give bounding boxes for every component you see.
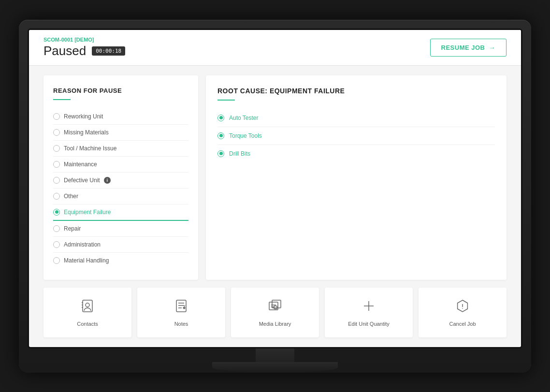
reason-item-defective-unit[interactable]: Defective Unit i [53, 173, 188, 189]
cause-radio-icon [217, 115, 224, 121]
reason-item-material-handling[interactable]: Material Handling [53, 253, 188, 268]
radio-icon [53, 129, 60, 136]
monitor-stand-base [212, 362, 338, 373]
info-icon: i [104, 177, 111, 184]
root-cause-title: ROOT CAUSE: EQUIPMENT FAILURE [217, 87, 495, 95]
resume-job-label: RESUME JOB [441, 44, 485, 51]
cause-item-auto-tester[interactable]: Auto Tester [217, 109, 495, 127]
notes-icon [174, 298, 189, 316]
reason-panel-title: REASON FOR PAUSE [53, 87, 188, 94]
arrow-right-icon: → [489, 44, 496, 51]
radio-icon [53, 113, 60, 120]
resume-job-button[interactable]: RESUME JOB → [430, 39, 507, 57]
cause-radio-icon [217, 132, 224, 139]
reason-item-maintenance[interactable]: Maintenance [53, 157, 188, 173]
root-cause-panel: ROOT CAUSE: EQUIPMENT FAILURE Auto Teste… [206, 75, 507, 280]
contacts-label: Contacts [77, 321, 98, 327]
monitor: SCOM-0001 [DEMO] Paused 00:00:18 RESUME … [19, 20, 531, 373]
job-id: SCOM-0001 [DEMO] [43, 37, 125, 43]
radio-icon [53, 257, 60, 264]
reason-for-pause-panel: REASON FOR PAUSE Reworking Unit Missing … [43, 75, 198, 280]
reason-label: Missing Materials [64, 129, 109, 136]
notes-label: Notes [174, 321, 188, 327]
action-cards-row: Contacts [43, 288, 507, 337]
root-cause-divider [217, 100, 235, 101]
cause-list: Auto Tester Torque Tools Drill Bits [217, 109, 495, 162]
main-content: REASON FOR PAUSE Reworking Unit Missing … [29, 66, 521, 347]
radio-icon [53, 193, 60, 200]
reason-item-missing-materials[interactable]: Missing Materials [53, 125, 188, 141]
radio-icon [53, 241, 60, 248]
reason-item-equipment-failure[interactable]: Equipment Failure [53, 204, 188, 221]
monitor-stand-neck [256, 348, 294, 362]
reason-list: Reworking Unit Missing Materials Tool / … [53, 109, 188, 268]
reason-label: Repair [64, 225, 81, 232]
header-left: SCOM-0001 [DEMO] Paused 00:00:18 [43, 37, 125, 58]
svg-point-17 [462, 308, 463, 309]
reason-item-other[interactable]: Other [53, 189, 188, 204]
reason-label: Material Handling [64, 257, 109, 264]
reason-item-administration[interactable]: Administration [53, 237, 188, 253]
status-title: Paused [43, 44, 86, 58]
reason-label: Defective Unit [64, 177, 100, 184]
cancel-job-icon [455, 298, 470, 316]
header: SCOM-0001 [DEMO] Paused 00:00:18 RESUME … [29, 30, 521, 66]
edit-unit-quantity-card[interactable]: Edit Unit Quantity [325, 288, 413, 337]
cause-label: Drill Bits [229, 150, 250, 157]
edit-unit-quantity-icon [361, 298, 376, 316]
radio-icon [53, 225, 60, 232]
cancel-job-card[interactable]: Cancel Job [419, 288, 507, 337]
notes-card[interactable]: Notes [137, 288, 225, 337]
reason-label: Maintenance [64, 161, 97, 168]
contacts-icon [80, 298, 95, 316]
reason-item-repair[interactable]: Repair [53, 221, 188, 237]
panels-row: REASON FOR PAUSE Reworking Unit Missing … [43, 75, 507, 280]
reason-label: Reworking Unit [64, 113, 103, 120]
media-library-label: Media Library [259, 321, 291, 327]
reason-label: Administration [64, 241, 101, 248]
edit-unit-quantity-label: Edit Unit Quantity [348, 321, 390, 327]
reason-label: Other [64, 193, 78, 200]
cancel-job-label: Cancel Job [449, 321, 476, 327]
radio-icon [53, 145, 60, 152]
cause-item-drill-bits[interactable]: Drill Bits [217, 145, 495, 162]
cause-label: Torque Tools [229, 132, 262, 139]
radio-icon [53, 161, 60, 168]
cause-item-torque-tools[interactable]: Torque Tools [217, 127, 495, 145]
timer-badge: 00:00:18 [92, 46, 125, 56]
cause-label: Auto Tester [229, 115, 258, 121]
reason-item-reworking-unit[interactable]: Reworking Unit [53, 109, 188, 125]
reason-label: Tool / Machine Issue [64, 145, 116, 152]
media-library-icon [267, 298, 283, 316]
reason-item-tool-machine-issue[interactable]: Tool / Machine Issue [53, 141, 188, 157]
svg-point-1 [86, 303, 89, 307]
panel-divider [53, 99, 71, 100]
reason-label: Equipment Failure [64, 209, 111, 216]
status-row: Paused 00:00:18 [43, 44, 125, 58]
svg-rect-13 [274, 306, 277, 309]
media-library-card[interactable]: Media Library [231, 288, 319, 337]
radio-icon [53, 177, 60, 184]
radio-icon-checked [53, 209, 60, 216]
contacts-card[interactable]: Contacts [43, 288, 131, 337]
cause-radio-icon [217, 150, 224, 157]
